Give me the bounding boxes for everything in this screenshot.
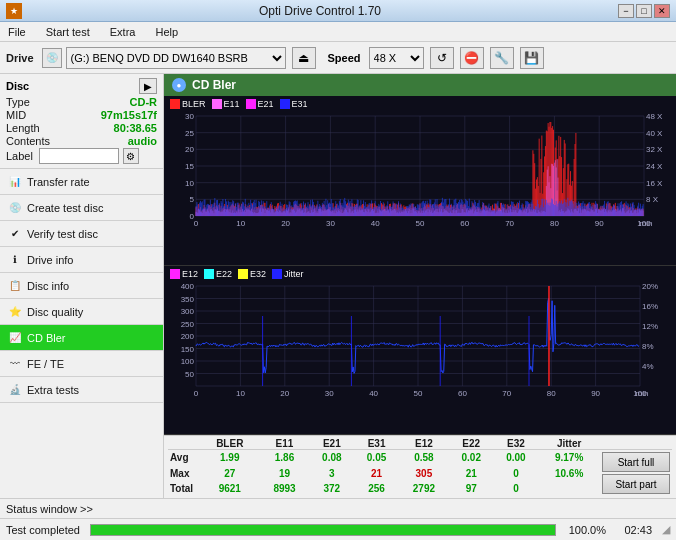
- nav-extra-tests[interactable]: 🔬 Extra tests: [0, 377, 163, 403]
- disc-length-value: 80:38.65: [114, 122, 157, 134]
- legend-e22: E22: [204, 269, 232, 279]
- stats-avg-e32: 0.00: [494, 450, 539, 466]
- tool-button[interactable]: 🔧: [490, 47, 514, 69]
- stats-avg-e21: 0.08: [310, 450, 355, 466]
- nav-drive-info-label: Drive info: [27, 254, 73, 266]
- status-window-link[interactable]: Status window >>: [6, 503, 93, 515]
- refresh-button[interactable]: ↺: [430, 47, 454, 69]
- stats-total-e22: 97: [449, 481, 494, 496]
- legend-jitter: Jitter: [272, 269, 304, 279]
- menu-help[interactable]: Help: [151, 25, 182, 39]
- menubar: File Start test Extra Help: [0, 22, 676, 42]
- stop-button[interactable]: ⛔: [460, 47, 484, 69]
- menu-file[interactable]: File: [4, 25, 30, 39]
- nav-disc-info-label: Disc info: [27, 280, 69, 292]
- disc-info-icon: 📋: [8, 279, 22, 293]
- minimize-button[interactable]: −: [618, 4, 634, 18]
- nav-drive-info[interactable]: ℹ Drive info: [0, 247, 163, 273]
- stats-total-bler: 9621: [200, 481, 260, 496]
- start-part-button[interactable]: Start part: [602, 474, 670, 494]
- disc-length-row: Length 80:38.65: [6, 122, 157, 134]
- status-window-row: Status window >>: [0, 498, 676, 518]
- stats-max-e12: 305: [399, 465, 449, 480]
- disc-label-label: Label: [6, 150, 33, 162]
- nav-verify-test-disc[interactable]: ✔ Verify test disc: [0, 221, 163, 247]
- fe-te-icon: 〰: [8, 357, 22, 371]
- maximize-button[interactable]: □: [636, 4, 652, 18]
- nav-create-test-disc[interactable]: 💿 Create test disc: [0, 195, 163, 221]
- nav-disc-info[interactable]: 📋 Disc info: [0, 273, 163, 299]
- stats-avg-e22: 0.02: [449, 450, 494, 466]
- disc-quality-icon: ⭐: [8, 305, 22, 319]
- chart-title: CD Bler: [192, 78, 236, 92]
- time-display: 02:43: [612, 524, 652, 536]
- stats-avg-e31: 0.05: [354, 450, 399, 466]
- legend-e21: E21: [246, 99, 274, 109]
- stats-table: BLER E11 E21 E31 E12 E22 E32 Jitter: [164, 435, 676, 498]
- statusbar: Test completed 100.0% 02:43 ◢: [0, 518, 676, 540]
- stats-max-jitter: 10.6%: [538, 465, 600, 480]
- drive-select[interactable]: (G:) BENQ DVD DD DW1640 BSRB: [66, 47, 286, 69]
- stats-header-e12: E12: [399, 438, 449, 450]
- app-icon: ★: [6, 3, 22, 19]
- stats-header-e22: E22: [449, 438, 494, 450]
- top-chart-container: BLER E11 E21 E31: [164, 96, 676, 266]
- nav-cd-bler[interactable]: 📈 CD Bler: [0, 325, 163, 351]
- stats-max-row: Max 27 19 3 21 305 21 0 10.6%: [168, 465, 672, 480]
- disc-section-title: Disc: [6, 80, 29, 92]
- status-text: Test completed: [6, 524, 80, 536]
- stats-header-e32: E32: [494, 438, 539, 450]
- disc-length-label: Length: [6, 122, 40, 134]
- legend-e31: E31: [280, 99, 308, 109]
- menu-extra[interactable]: Extra: [106, 25, 140, 39]
- drive-label: Drive: [6, 52, 34, 64]
- bottom-chart-canvas: [164, 282, 676, 402]
- nav-disc-quality[interactable]: ⭐ Disc quality: [0, 299, 163, 325]
- nav-verify-test-disc-label: Verify test disc: [27, 228, 98, 240]
- drive-info-icon: ℹ: [8, 253, 22, 267]
- chart-header: ● CD Bler: [164, 74, 676, 96]
- disc-type-label: Type: [6, 96, 30, 108]
- stats-total-label: Total: [168, 481, 200, 496]
- bottom-chart-legend: E12 E22 E32 Jitter: [164, 266, 676, 282]
- window-controls: − □ ✕: [618, 4, 670, 18]
- stats-max-e11: 19: [260, 465, 310, 480]
- drivebar: Drive 💿 (G:) BENQ DVD DD DW1640 BSRB ⏏ S…: [0, 42, 676, 74]
- disc-contents-value: audio: [128, 135, 157, 147]
- verify-test-disc-icon: ✔: [8, 227, 22, 241]
- nav-transfer-rate-label: Transfer rate: [27, 176, 90, 188]
- nav-transfer-rate[interactable]: 📊 Transfer rate: [0, 169, 163, 195]
- stats-avg-label: Avg: [168, 450, 200, 466]
- left-panel: Disc ▶ Type CD-R MID 97m15s17f Length 80…: [0, 74, 164, 498]
- top-chart-legend: BLER E11 E21 E31: [164, 96, 676, 112]
- menu-start-test[interactable]: Start test: [42, 25, 94, 39]
- eject-button[interactable]: ⏏: [292, 47, 316, 69]
- stats-total-e21: 372: [310, 481, 355, 496]
- stats-header-empty: [168, 438, 200, 450]
- disc-expand-button[interactable]: ▶: [139, 78, 157, 94]
- nav-extra-tests-label: Extra tests: [27, 384, 79, 396]
- stats-total-e32: 0: [494, 481, 539, 496]
- close-button[interactable]: ✕: [654, 4, 670, 18]
- stats-total-e12: 2792: [399, 481, 449, 496]
- disc-header: Disc ▶: [6, 78, 157, 94]
- stats-total-e11: 8993: [260, 481, 310, 496]
- disc-label-gear-button[interactable]: ⚙: [123, 148, 139, 164]
- disc-mid-value: 97m15s17f: [101, 109, 157, 121]
- save-button[interactable]: 💾: [520, 47, 544, 69]
- titlebar: ★ Opti Drive Control 1.70 − □ ✕: [0, 0, 676, 22]
- stats-max-e32: 0: [494, 465, 539, 480]
- nav-fe-te[interactable]: 〰 FE / TE: [0, 351, 163, 377]
- stats-header-e21: E21: [310, 438, 355, 450]
- stats-avg-e12: 0.58: [399, 450, 449, 466]
- progress-percentage: 100.0%: [566, 524, 606, 536]
- start-full-button[interactable]: Start full: [602, 452, 670, 472]
- stats-avg-e11: 1.86: [260, 450, 310, 466]
- speed-select[interactable]: 48 X: [369, 47, 424, 69]
- stats-header-bler: BLER: [200, 438, 260, 450]
- right-panel: ● CD Bler BLER E11: [164, 74, 676, 498]
- stats-buttons-cell: Start full Start part: [600, 450, 672, 497]
- charts-area: BLER E11 E21 E31: [164, 96, 676, 498]
- stats-header-e31: E31: [354, 438, 399, 450]
- disc-label-input[interactable]: [39, 148, 119, 164]
